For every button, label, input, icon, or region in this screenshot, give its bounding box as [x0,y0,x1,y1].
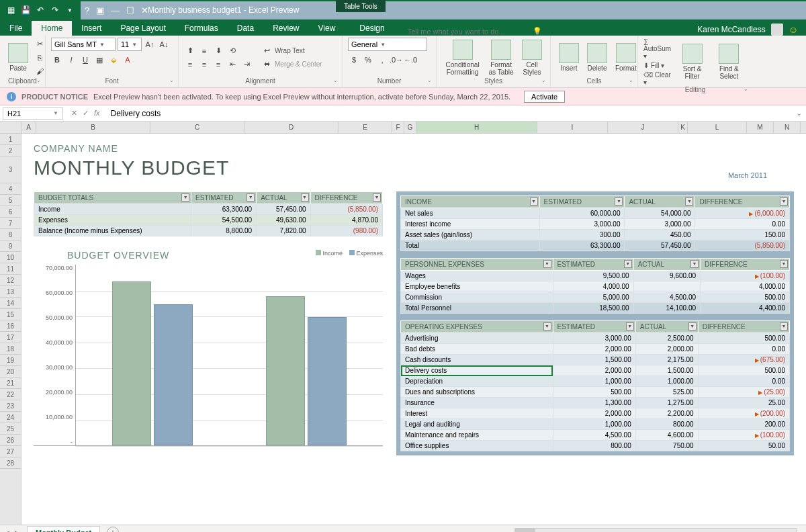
delete-cells-button[interactable]: Delete [584,42,610,73]
column-header-M[interactable]: M [747,122,774,133]
column-header-B[interactable]: B [36,122,150,133]
row-header-7[interactable]: 7 [0,218,21,229]
row-header-22[interactable]: 22 [0,389,21,400]
fx-icon[interactable]: fx [94,109,100,118]
budget-totals-table[interactable]: BUDGET TOTALS▼ESTIMATED▼ACTUAL▼DIFFERENC… [34,191,383,236]
row-header-24[interactable]: 24 [0,412,21,423]
user-name[interactable]: Karen McCandless [697,25,765,34]
table-row[interactable]: Advertising3,000.002,500.00500.00 [401,333,790,344]
indent-inc-icon[interactable]: ⇥ [240,58,253,71]
row-header-10[interactable]: 10 [0,252,21,263]
column-header-K[interactable]: K [678,122,688,133]
italic-button[interactable]: I [65,54,77,66]
border-button[interactable]: ▦ [93,54,105,66]
tab-design[interactable]: Design [350,21,394,36]
table-row[interactable]: Balance (Income minus Expenses)8,800.007… [34,226,383,236]
row-header-9[interactable]: 9 [0,240,21,252]
row-header-11[interactable]: 11 [0,263,21,275]
tab-data[interactable]: Data [228,21,263,36]
row-header-20[interactable]: 20 [0,366,21,378]
undo-icon[interactable]: ↶ [35,5,46,15]
row-header-8[interactable]: 8 [0,229,21,240]
table-row[interactable]: Interest2,000.002,200.00▶(200.00) [401,408,790,419]
align-right-icon[interactable]: ≡ [212,58,224,71]
inc-decimal-icon[interactable]: .0→ [390,54,402,66]
bold-button[interactable]: B [51,54,63,66]
table-row[interactable]: Expenses54,500.0049,630.004,870.00 [34,215,383,226]
row-header-21[interactable]: 21 [0,378,21,389]
table-row[interactable]: Dues and subscriptions500.00525.00▶(25.0… [401,387,790,398]
column-header-D[interactable]: D [244,122,339,133]
copy-icon[interactable]: ⎘ [34,52,46,64]
row-header-14[interactable]: 14 [0,298,21,309]
column-header-A[interactable]: A [21,122,36,133]
table-row[interactable]: Commission5,000.004,500.00500.00 [401,292,790,303]
row-header-15[interactable]: 15 [0,309,21,320]
merge-center-button[interactable]: ⬌Merge & Center [261,58,322,71]
cancel-formula-icon[interactable]: ✕ [71,109,77,118]
add-sheet-button[interactable]: + [107,527,119,533]
align-bottom-icon[interactable]: ⬇ [212,45,224,57]
row-header-16[interactable]: 16 [0,320,21,332]
minimize-icon[interactable]: — [111,5,120,15]
format-cells-button[interactable]: Format [613,42,639,73]
table-row[interactable]: Net sales60,000.0054,000.00▶(6,000.00) [401,208,790,219]
underline-button[interactable]: U [79,54,91,66]
row-header-26[interactable]: 26 [0,435,21,446]
number-format-select[interactable]: General▼ [348,38,427,51]
table-row[interactable]: Office supplies800.00750.0050.00 [401,441,790,451]
row-header-1[interactable]: 1 [0,134,21,145]
activate-button[interactable]: Activate [524,91,565,103]
sort-filter-button[interactable]: Sort & Filter [676,42,708,81]
income-table[interactable]: INCOME▼ESTIMATED▼ACTUAL▼DIFFERENCE▼Net s… [400,195,790,251]
row-header-28[interactable]: 28 [0,457,21,469]
autosum-button[interactable]: ∑ AutoSum ▾ [643,38,673,60]
clear-button[interactable]: ⌫ Clear ▾ [643,71,673,86]
horizontal-scrollbar[interactable] [514,528,797,533]
fill-button[interactable]: ⬇ Fill ▾ [643,62,673,69]
personnel-table[interactable]: PERSONNEL EXPENSES▼ESTIMATED▼ACTUAL▼DIFF… [400,258,790,314]
tab-formulas[interactable]: Formulas [175,21,228,36]
table-row[interactable]: Depreciation1,000.001,000.000.00 [401,376,790,387]
row-header-23[interactable]: 23 [0,400,21,412]
percent-icon[interactable]: % [362,54,374,66]
fill-color-button[interactable]: ⬙ [107,54,120,66]
row-header-18[interactable]: 18 [0,343,21,355]
column-header-F[interactable]: F [392,122,404,133]
avatar[interactable] [771,24,783,36]
row-header-19[interactable]: 19 [0,355,21,366]
worksheet-area[interactable]: COMPANY NAME MONTHLY BUDGET March 2011 B… [21,134,806,525]
cell-styles-button[interactable]: Cell Styles [519,38,545,77]
qat-customize-icon[interactable]: ▼ [64,5,75,15]
row-header-6[interactable]: 6 [0,206,21,218]
align-center-icon[interactable]: ≡ [198,58,210,71]
name-box[interactable]: H21▼ [3,107,63,120]
font-color-button[interactable]: A [122,54,134,66]
table-row[interactable]: Bad debts2,000.002,000.000.00 [401,344,790,355]
column-header-N[interactable]: N [774,122,801,133]
row-header-5[interactable]: 5 [0,195,21,206]
row-header-25[interactable]: 25 [0,423,21,435]
align-left-icon[interactable]: ≡ [184,58,196,71]
table-row[interactable]: Insurance1,300.001,275.0025.00 [401,398,790,408]
column-header-L[interactable]: L [688,122,747,133]
operating-table[interactable]: OPERATING EXPENSES▼ESTIMATED▼ACTUAL▼DIFF… [400,320,790,451]
column-header-E[interactable]: E [339,122,392,133]
font-size-select[interactable]: 11▼ [118,38,142,51]
formula-input[interactable]: Delivery costs [105,107,792,120]
column-header-G[interactable]: G [404,122,416,133]
row-header-17[interactable]: 17 [0,332,21,343]
select-all-corner[interactable] [0,122,21,133]
table-row[interactable]: Employee benefits4,000.004,000.00 [401,281,790,292]
comma-icon[interactable]: , [376,54,388,66]
tab-home[interactable]: Home [32,21,72,36]
budget-overview-chart[interactable]: BUDGET OVERVIEW Income Expenses 70,000.0… [34,250,383,446]
tab-page-layout[interactable]: Page Layout [111,21,175,36]
help-icon[interactable]: ? [85,5,89,15]
column-header-H[interactable]: H [416,122,537,133]
format-painter-icon[interactable]: 🖌 [34,65,46,77]
table-row[interactable]: Delivery costs2,000.001,500.00500.00 [401,365,790,376]
column-header-C[interactable]: C [150,122,244,133]
row-header-4[interactable]: 4 [0,183,21,195]
tab-view[interactable]: View [309,21,345,36]
